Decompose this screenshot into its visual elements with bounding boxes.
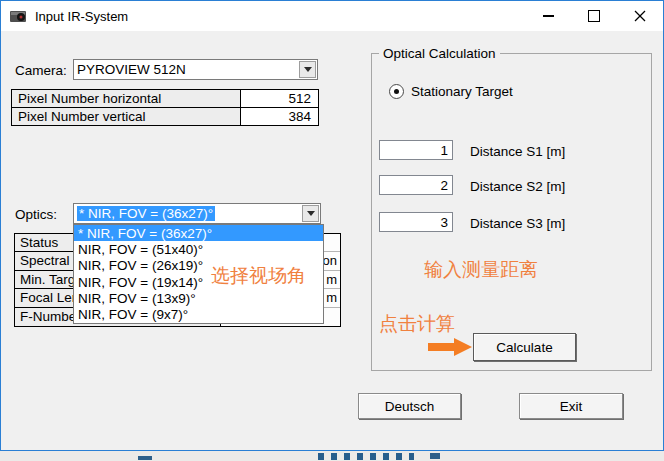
titlebar: Input IR-System (1, 1, 663, 31)
chevron-down-icon (304, 67, 312, 72)
annotation-click-calculate: 点击计算 (379, 311, 455, 337)
chevron-down-icon (307, 211, 315, 216)
close-icon (634, 10, 646, 22)
pixel-vertical-label: Pixel Number vertical (12, 108, 241, 125)
distance-s3-input[interactable] (379, 212, 453, 232)
table-row: Pixel Number horizontal 512 (12, 90, 318, 108)
groupbox-title: Optical Calculation (379, 46, 500, 61)
distance-s1-label: Distance S1 [m] (470, 144, 565, 159)
distance-s1-input[interactable] (379, 140, 453, 160)
distance-s3-label: Distance S3 [m] (470, 216, 565, 231)
distance-s2-input[interactable] (379, 175, 453, 195)
optics-dropdown-button[interactable] (302, 205, 319, 222)
camera-dropdown-button[interactable] (299, 61, 316, 78)
radio-dot-icon (394, 89, 399, 94)
optics-option[interactable]: NIR, FOV = (9x7)° (74, 307, 323, 323)
pixel-number-table: Pixel Number horizontal 512 Pixel Number… (11, 89, 319, 126)
maximize-button[interactable] (571, 1, 617, 31)
optics-option[interactable]: NIR, FOV = (13x9)° (74, 290, 323, 306)
optics-combobox[interactable]: * NIR, FOV = (36x27)° (73, 203, 321, 224)
background-window-fragment (138, 456, 152, 460)
close-button[interactable] (617, 1, 663, 31)
background-window-fragment (430, 453, 440, 459)
distance-s2-label: Distance S2 [m] (470, 179, 565, 194)
optics-option[interactable]: * NIR, FOV = (36x27)° (74, 225, 323, 241)
camera-selected-value: PYROVIEW 512N (77, 62, 186, 77)
camera-label: Camera: (15, 63, 67, 78)
pixel-horizontal-value: 512 (241, 90, 318, 107)
window-title: Input IR-System (35, 9, 128, 24)
pixel-vertical-value: 384 (241, 108, 318, 125)
annotation-enter-distance: 输入测量距离 (424, 257, 538, 283)
orange-arrow-icon (428, 338, 472, 356)
exit-button[interactable]: Exit (519, 393, 623, 419)
annotation-select-fov: 选择视场角 (211, 263, 306, 289)
optics-label: Optics: (15, 207, 57, 222)
pixel-horizontal-label: Pixel Number horizontal (12, 90, 241, 107)
stationary-target-radio[interactable] (389, 84, 404, 99)
optics-option[interactable]: NIR, FOV = (51x40)° (74, 241, 323, 257)
background-window-fragment (318, 453, 414, 460)
maximize-icon (588, 10, 600, 22)
minimize-icon (543, 15, 554, 17)
stationary-target-label: Stationary Target (411, 84, 513, 99)
dialog-window: Input IR-System Camera: PYROVIEW 512N Pi… (0, 0, 664, 451)
calculate-button[interactable]: Calculate (473, 333, 576, 361)
app-camera-icon (10, 9, 28, 24)
minimize-button[interactable] (525, 1, 571, 31)
optics-selected-value: * NIR, FOV = (36x27)° (77, 206, 215, 221)
camera-combobox[interactable]: PYROVIEW 512N (73, 59, 318, 80)
deutsch-button[interactable]: Deutsch (358, 393, 461, 419)
table-row: Pixel Number vertical 384 (12, 108, 318, 125)
